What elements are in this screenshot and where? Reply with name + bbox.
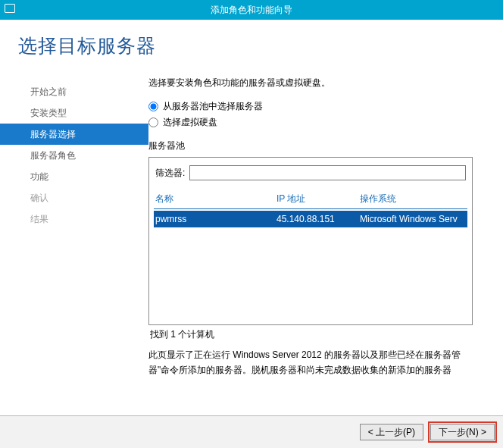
- sidebar-item-installation-type[interactable]: 安装类型: [0, 102, 148, 124]
- wizard-body: 开始之前 安装类型 服务器选择 服务器角色 功能 确认 结果 选择要安装角色和功…: [0, 72, 503, 378]
- radio-server-pool[interactable]: [148, 102, 158, 111]
- radio-vhd-label: 选择虚拟硬盘: [163, 116, 217, 129]
- sidebar-item-server-roles[interactable]: 服务器角色: [0, 145, 148, 166]
- sidebar-item-confirmation: 确认: [0, 187, 148, 208]
- radio-vhd[interactable]: [148, 117, 158, 127]
- intro-text: 选择要安装角色和功能的服务器或虚拟硬盘。: [148, 77, 503, 89]
- next-button-highlight: 下一步(N) >: [428, 421, 497, 443]
- sidebar-item-server-selection[interactable]: 服务器选择: [0, 124, 148, 145]
- th-os[interactable]: 操作系统: [360, 193, 467, 205]
- server-pool-label: 服务器池: [148, 139, 503, 152]
- next-button[interactable]: 下一步(N) >: [430, 424, 495, 440]
- filter-row: 筛选器:: [149, 158, 472, 188]
- wizard-footer: < 上一步(P) 下一步(N) >: [0, 415, 503, 448]
- filter-label: 筛选器:: [155, 167, 185, 180]
- server-table: 名称 IP 地址 操作系统 pwmrss 45.140.88.151 Micro…: [149, 188, 472, 324]
- app-icon: [5, 4, 15, 13]
- cell-os: Microsoft Windows Serv: [360, 214, 467, 224]
- previous-button[interactable]: < 上一步(P): [360, 424, 423, 440]
- sidebar-item-features[interactable]: 功能: [0, 166, 148, 187]
- cell-name: pwmrss: [155, 214, 276, 224]
- th-name[interactable]: 名称: [155, 193, 276, 205]
- page-title: 选择目标服务器: [18, 33, 503, 58]
- description-text: 此页显示了正在运行 Windows Server 2012 的服务器以及那些已经…: [148, 347, 503, 378]
- radio-server-pool-label: 从服务器池中选择服务器: [163, 100, 263, 113]
- wizard-sidebar: 开始之前 安装类型 服务器选择 服务器角色 功能 确认 结果: [0, 72, 148, 230]
- radio-row-server-pool[interactable]: 从服务器池中选择服务器: [148, 100, 503, 113]
- table-divider: [154, 208, 467, 209]
- radio-row-vhd[interactable]: 选择虚拟硬盘: [148, 116, 503, 129]
- description-line-1: 此页显示了正在运行 Windows Server 2012 的服务器以及那些已经…: [148, 349, 461, 360]
- title-bar: 添加角色和功能向导: [0, 0, 503, 20]
- window-title: 添加角色和功能向导: [211, 4, 292, 17]
- table-body: pwmrss 45.140.88.151 Microsoft Windows S…: [154, 211, 467, 324]
- found-count: 找到 1 个计算机: [148, 328, 503, 341]
- th-ip[interactable]: IP 地址: [276, 193, 360, 205]
- filter-input[interactable]: [189, 165, 466, 180]
- table-row[interactable]: pwmrss 45.140.88.151 Microsoft Windows S…: [154, 211, 467, 227]
- table-header: 名称 IP 地址 操作系统: [154, 188, 467, 208]
- sidebar-item-before-you-begin[interactable]: 开始之前: [0, 81, 148, 102]
- description-line-2: 器"命令所添加的服务器。脱机服务器和尚未完成数据收集的新添加的服务器: [148, 365, 451, 375]
- server-pool-box: 筛选器: 名称 IP 地址 操作系统 pwmrss 45.140.88.151 …: [148, 157, 473, 325]
- sidebar-item-results: 结果: [0, 208, 148, 230]
- cell-ip: 45.140.88.151: [276, 214, 360, 224]
- wizard-header: 选择目标服务器: [0, 20, 503, 58]
- wizard-main: 选择要安装角色和功能的服务器或虚拟硬盘。 从服务器池中选择服务器 选择虚拟硬盘 …: [148, 72, 503, 378]
